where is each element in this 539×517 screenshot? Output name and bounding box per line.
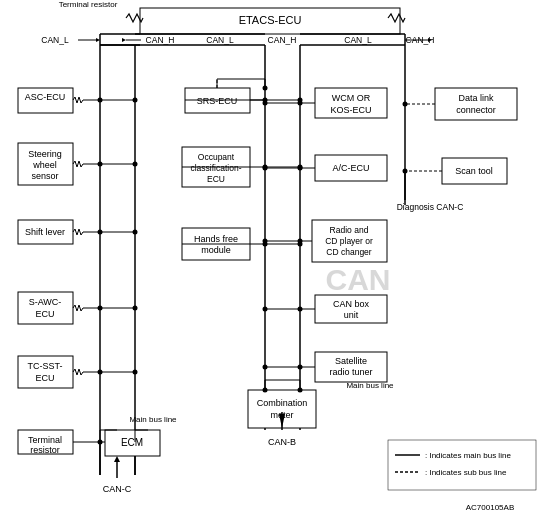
can-h-2-label: CAN_H (268, 35, 297, 45)
radio-cd-label3: CD changer (326, 247, 372, 257)
ecm-label: ECM (121, 437, 143, 448)
asc-ecu-label: ASC-ECU (25, 92, 66, 102)
tc-sst-ecu-label: TC-SST- (28, 361, 63, 371)
satellite-label: Satellite (335, 356, 367, 366)
diagnosis-can-c-label: Diagnosis CAN-C (397, 202, 464, 212)
occupant-label: Occupant (198, 152, 235, 162)
wcm-kos-label2: KOS-ECU (330, 105, 371, 115)
terminal-resistor-bottom-label: Terminal (28, 435, 62, 445)
svg-point-113 (263, 365, 268, 370)
steering-wheel-label3: sensor (31, 171, 58, 181)
hands-free-label2: module (201, 245, 231, 255)
occupant-label3: ECU (207, 174, 225, 184)
etacs-ecu-label: ETACS-ECU (239, 14, 302, 26)
can-l-3-label: CAN_L (344, 35, 372, 45)
svg-marker-59 (114, 456, 120, 462)
legend-main-label: : Indicates main bus line (425, 451, 511, 460)
tc-sst-ecu-label2: ECU (35, 373, 54, 383)
svg-point-93 (263, 101, 268, 106)
svg-point-45 (133, 370, 138, 375)
steering-wheel-label: Steering (28, 149, 62, 159)
main-bus-line-left-label: Main bus line (129, 415, 177, 424)
can-l-left-label: CAN_L (41, 35, 69, 45)
radio-cd-label: Radio and (330, 225, 369, 235)
s-awc-ecu-label: S-AWC- (29, 297, 62, 307)
can-l-2-label: CAN_L (206, 35, 234, 45)
combination-meter-label: Combination (257, 398, 308, 408)
diagram-id-label: AC700105AB (466, 503, 514, 512)
s-awc-ecu-label2: ECU (35, 309, 54, 319)
svg-point-116 (403, 102, 408, 107)
terminal-resistor-top-label: Terminal resistor (59, 0, 118, 9)
svg-point-86 (298, 388, 303, 393)
svg-point-108 (263, 307, 268, 312)
svg-point-35 (133, 230, 138, 235)
shift-lever-label: Shift lever (25, 227, 65, 237)
can-box-label2: unit (344, 310, 359, 320)
wcm-kos-label: WCM OR (332, 93, 371, 103)
can-h-1-label: CAN_H (146, 35, 175, 45)
satellite-label2: radio tuner (329, 367, 372, 377)
ac-ecu-label: A/C-ECU (332, 163, 369, 173)
svg-rect-121 (388, 440, 536, 490)
svg-point-64 (263, 86, 268, 91)
steering-wheel-label2: wheel (32, 160, 57, 170)
radio-cd-label2: CD player or (325, 236, 373, 246)
svg-point-40 (133, 306, 138, 311)
legend-sub-label: : Indicates sub bus line (425, 468, 507, 477)
scan-tool-label: Scan tool (455, 166, 493, 176)
svg-marker-18 (122, 38, 126, 42)
diagram-svg: ETACS-ECU Terminal resistor CA (0, 0, 539, 517)
srs-ecu-label: SRS-ECU (197, 96, 238, 106)
svg-point-98 (263, 166, 268, 171)
occupant-label2: classification- (190, 163, 241, 173)
svg-point-25 (133, 98, 138, 103)
terminal-resistor-bottom-label2: resistor (30, 445, 60, 455)
data-link-label2: connector (456, 105, 496, 115)
can-b-label: CAN-B (268, 437, 296, 447)
can-box-label: CAN box (333, 299, 370, 309)
data-link-label: Data link (458, 93, 494, 103)
hands-free-label: Hands free (194, 234, 238, 244)
can-c-label: CAN-C (103, 484, 132, 494)
svg-point-103 (263, 239, 268, 244)
svg-point-83 (263, 388, 268, 393)
svg-point-30 (133, 162, 138, 167)
diagram-container: ETACS-ECU Terminal resistor CA (0, 0, 539, 517)
can-big-label: CAN (326, 263, 391, 296)
